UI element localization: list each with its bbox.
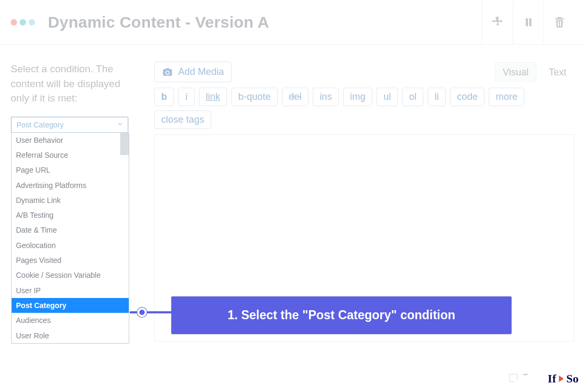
toolbar-ins-button[interactable]: ins — [313, 88, 339, 106]
toolbar-ul-button[interactable]: ul — [377, 88, 398, 106]
toolbar-italic-button[interactable]: i — [178, 88, 195, 106]
dot-teal-icon — [20, 19, 26, 25]
condition-sidebar: Select a condition. The content will be … — [11, 62, 138, 133]
toolbar-link-button[interactable]: link — [199, 88, 227, 106]
condition-option[interactable]: Geolocation — [12, 238, 129, 253]
condition-option[interactable]: Page URL — [12, 163, 129, 177]
add-media-button[interactable]: Add Media — [154, 62, 232, 82]
toolbar-more-button[interactable]: more — [489, 88, 524, 106]
trash-button[interactable] — [544, 1, 574, 44]
condition-select-value: Post Category — [16, 121, 64, 129]
tab-visual[interactable]: Visual — [495, 62, 537, 82]
header-bar: Dynamic Content - Version A — [0, 0, 585, 45]
camera-icon — [162, 67, 173, 78]
condition-option[interactable]: Date & Time — [12, 223, 129, 237]
toolbar-ol-button[interactable]: ol — [402, 88, 423, 106]
add-media-label: Add Media — [178, 66, 224, 78]
testing-mode-checkbox[interactable] — [509, 374, 517, 382]
pause-icon — [522, 15, 536, 29]
condition-option[interactable]: Audiences — [12, 313, 129, 328]
chevron-down-icon — [116, 120, 124, 129]
condition-dropdown[interactable]: User BehaviorReferral SourcePage URLAdve… — [11, 133, 129, 344]
condition-option[interactable]: Post Category — [12, 298, 129, 313]
toolbar-bold-button[interactable]: b — [154, 88, 174, 106]
window-dots — [11, 19, 35, 25]
toolbar-li-button[interactable]: li — [428, 88, 446, 106]
pause-button[interactable] — [513, 1, 544, 44]
move-button[interactable] — [482, 1, 513, 44]
page-title: Dynamic Content - Version A — [48, 13, 269, 31]
ifso-logo-so: So — [566, 372, 579, 386]
condition-option[interactable]: Pages Visited — [12, 253, 129, 268]
condition-option[interactable]: User Role — [12, 328, 129, 343]
editor-top-row: Add Media Visual Text — [154, 62, 574, 82]
condition-option[interactable]: Referral Source — [12, 148, 129, 163]
toolbar-closetags-button[interactable]: close tags — [154, 110, 211, 129]
callout-connector — [130, 311, 171, 313]
condition-option[interactable]: User IP — [12, 283, 129, 298]
condition-option[interactable]: User Behavior — [12, 133, 129, 148]
condition-select[interactable]: Post Category User BehaviorReferral Sour… — [11, 116, 129, 133]
editor-tabs: Visual Text — [495, 62, 574, 82]
dot-lightblue-icon — [29, 19, 35, 25]
toolbar-code-button[interactable]: code — [450, 88, 484, 106]
condition-option[interactable]: Cookie / Session Variable — [12, 268, 129, 283]
toolbar-del-button[interactable]: del — [282, 88, 308, 106]
toolbar-img-button[interactable]: img — [343, 88, 372, 106]
condition-option[interactable]: Dynamic Link — [12, 193, 129, 208]
condition-option[interactable]: Advertising Platforms — [12, 178, 129, 193]
ifso-logo-if: If — [548, 372, 556, 386]
ifso-logo: If So — [548, 372, 579, 386]
dropdown-scrollbar[interactable] — [120, 133, 129, 155]
editor-toolbar: b i link b-quote del ins img ul ol li co… — [154, 88, 574, 129]
condition-help-text: Select a condition. The content will be … — [11, 62, 138, 106]
trash-icon — [553, 15, 566, 29]
toolbar-bquote-button[interactable]: b-quote — [231, 88, 278, 106]
dot-red-icon — [11, 19, 17, 25]
callout-dot-icon — [137, 308, 147, 317]
condition-option[interactable]: A/B Testing — [12, 208, 129, 223]
move-icon — [491, 15, 505, 29]
header-actions — [482, 1, 574, 44]
tab-text[interactable]: Text — [541, 62, 574, 82]
instruction-callout: 1. Select the "Post Category" condition — [171, 296, 512, 334]
play-icon — [559, 376, 564, 382]
